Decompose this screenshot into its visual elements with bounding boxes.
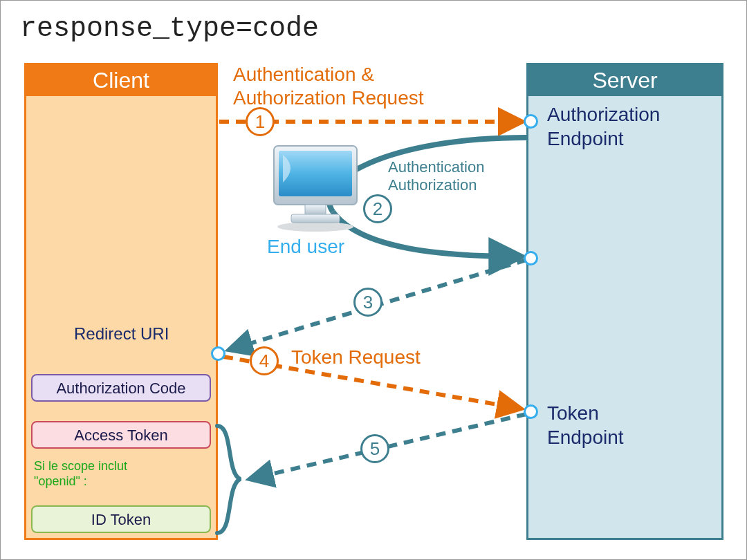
scope-note: Si le scope inclut "openid" : — [34, 459, 127, 489]
server-header: Server — [528, 65, 721, 96]
scope-note-line2: "openid" : — [34, 474, 87, 488]
label-token-endpoint-line2: Endpoint — [547, 427, 624, 448]
label-redirect-uri: Redirect URI — [74, 324, 169, 344]
label-auth-auth: Authentication Authorization — [388, 158, 484, 195]
token-bracket — [214, 422, 241, 536]
step-1-badge: 1 — [246, 107, 275, 136]
diagram-canvas: response_type=code Client Server — [0, 0, 747, 560]
label-auth-request-line1: Authentication & — [233, 64, 374, 85]
svg-rect-8 — [291, 214, 340, 223]
label-auth-request-line2: Authorization Request — [233, 87, 424, 109]
label-auth-auth-line2: Authorization — [388, 176, 477, 194]
label-auth-endpoint-line1: Authorization — [547, 104, 660, 125]
step-2-badge: 2 — [363, 194, 392, 223]
svg-point-4 — [277, 222, 353, 232]
label-auth-request: Authentication & Authorization Request — [233, 63, 424, 109]
scope-note-line1: Si le scope inclut — [34, 459, 127, 473]
page-title: response_type=code — [20, 13, 319, 44]
svg-rect-6 — [279, 151, 352, 196]
dot-redirect-uri — [211, 346, 225, 361]
authorization-code-box: Authorization Code — [31, 374, 211, 402]
svg-rect-7 — [305, 205, 326, 214]
step-3-badge: 3 — [353, 288, 382, 317]
dot-auth-return — [524, 251, 538, 265]
label-token-endpoint-line1: Token — [547, 402, 599, 424]
access-token-box: Access Token — [31, 421, 211, 449]
label-token-endpoint: Token Endpoint — [547, 402, 624, 449]
label-auth-endpoint: Authorization Endpoint — [547, 103, 660, 151]
client-header: Client — [26, 65, 216, 96]
label-auth-endpoint-line2: Endpoint — [547, 128, 624, 149]
label-token-request: Token Request — [291, 346, 421, 368]
label-end-user: End user — [267, 236, 344, 258]
id-token-box: ID Token — [31, 505, 211, 533]
step-4-badge: 4 — [250, 346, 279, 375]
step-5-badge: 5 — [360, 434, 389, 463]
monitor-icon — [264, 142, 367, 232]
label-auth-auth-line1: Authentication — [388, 158, 484, 176]
dot-auth-endpoint — [524, 114, 538, 129]
dot-token-endpoint — [524, 404, 538, 419]
